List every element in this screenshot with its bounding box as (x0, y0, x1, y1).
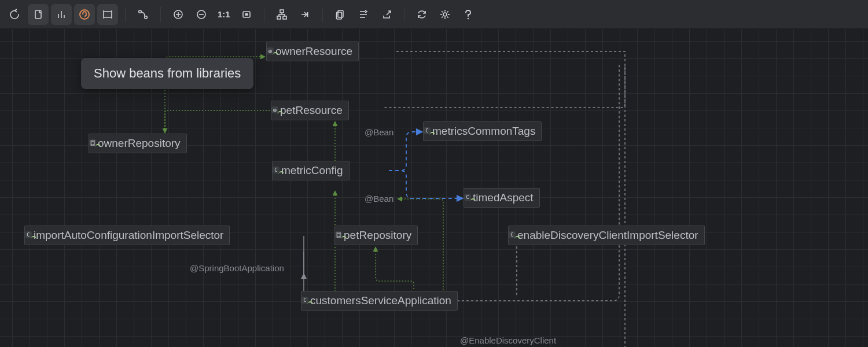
node-label: ownerRepository (98, 137, 181, 150)
node-label: enableDiscoveryClientImportSelector (517, 229, 698, 242)
zoom-out-icon[interactable] (191, 4, 212, 25)
bean-node-timed-aspect[interactable]: timedAspect (464, 188, 540, 208)
svg-point-37 (467, 17, 469, 19)
svg-line-35 (442, 16, 443, 17)
svg-rect-23 (338, 10, 343, 17)
back-icon[interactable] (5, 4, 25, 25)
bean-node-metric-config[interactable]: metricConfig (272, 161, 350, 180)
bean-node-owner-repository[interactable]: ownerRepository (89, 134, 187, 153)
svg-point-10 (139, 10, 142, 13)
svg-point-28 (443, 13, 447, 16)
bean-node-metrics-common-tags[interactable]: metricsCommonTags (423, 121, 542, 141)
show-libraries-toggle[interactable] (74, 4, 95, 25)
bean-node-pet-repository[interactable]: petRepository (334, 226, 418, 245)
copy-icon[interactable] (330, 4, 351, 25)
node-label: petRepository (344, 229, 411, 242)
toolbar: 1:1 (0, 0, 868, 29)
tooltip-text: Show beans from libraries (94, 66, 241, 80)
node-label: customersServiceApplication (310, 294, 451, 307)
svg-rect-21 (283, 16, 286, 19)
layout-tree-icon[interactable] (271, 4, 292, 25)
annotation-bean: @Bean (365, 194, 393, 204)
fit-content-icon[interactable] (236, 4, 257, 25)
annotation-bean: @Bean (365, 127, 393, 137)
toolbar-separator (404, 7, 404, 22)
toolbar-separator (264, 7, 264, 22)
bean-node-customers-service-app[interactable]: customersServiceApplication (301, 291, 458, 311)
zoom-in-icon[interactable] (168, 4, 189, 25)
svg-line-33 (442, 11, 443, 12)
svg-point-11 (145, 16, 148, 19)
bean-node-pet-resource[interactable]: petResource (271, 101, 349, 120)
svg-rect-5 (104, 12, 112, 17)
annotation-enable-discovery: @EnableDiscoveryClient (460, 335, 556, 345)
toolbar-separator (322, 7, 323, 22)
node-label: ownerResource (275, 45, 352, 58)
svg-rect-24 (336, 12, 341, 19)
export-icon[interactable] (376, 4, 397, 25)
node-label: metricConfig (281, 164, 343, 177)
svg-rect-18 (245, 13, 248, 16)
svg-rect-0 (35, 10, 41, 19)
svg-rect-19 (280, 10, 284, 13)
file-view-icon[interactable] (28, 4, 49, 25)
diagram-canvas[interactable]: Show beans from libraries ownerResource … (0, 29, 868, 347)
node-label: petResource (280, 104, 343, 117)
bean-node-enable-discovery[interactable]: enableDiscoveryClientImportSelector (508, 226, 705, 245)
frame-view-icon[interactable] (97, 4, 118, 25)
list-icon[interactable] (353, 4, 374, 25)
chart-view-icon[interactable] (51, 4, 72, 25)
toolbar-separator (125, 7, 126, 22)
svg-rect-20 (277, 16, 281, 19)
node-label: importAutoConfigurationImportSelector (34, 229, 223, 242)
svg-line-34 (447, 16, 448, 17)
svg-rect-22 (307, 12, 308, 17)
refresh-icon[interactable] (411, 4, 432, 25)
node-label: metricsCommonTags (432, 125, 535, 138)
tooltip: Show beans from libraries (81, 58, 253, 89)
bean-node-owner-resource[interactable]: ownerResource (266, 42, 359, 61)
settings-icon[interactable] (435, 4, 455, 25)
help-icon[interactable] (458, 4, 479, 25)
zoom-actual-button[interactable]: 1:1 (213, 4, 235, 25)
node-label: timedAspect (473, 191, 534, 204)
route-icon[interactable] (133, 4, 153, 25)
annotation-spring-boot-app: @SpringBootApplication (190, 263, 284, 273)
route-edges-icon[interactable] (295, 4, 315, 25)
toolbar-separator (160, 7, 161, 22)
bean-node-import-auto-config[interactable]: importAutoConfigurationImportSelector (24, 226, 230, 245)
svg-line-36 (447, 11, 448, 12)
